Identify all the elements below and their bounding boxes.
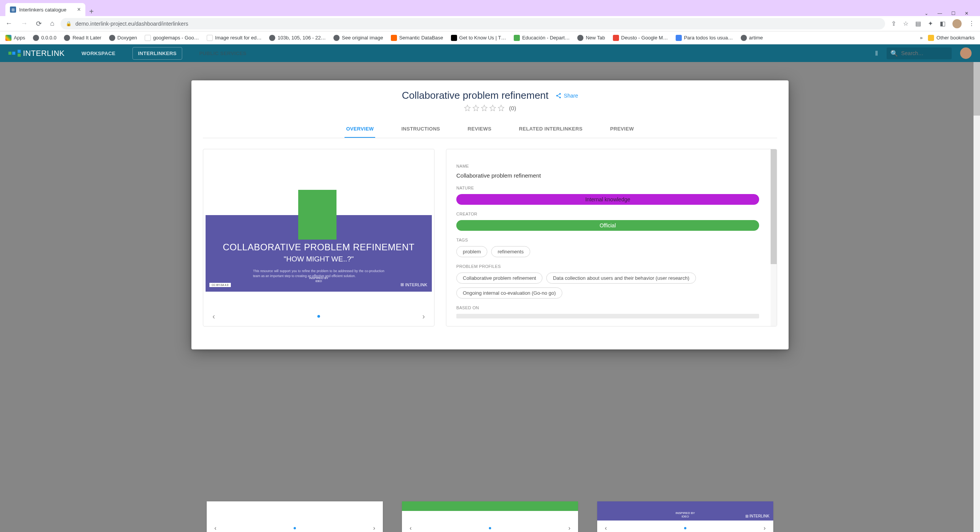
tab-close-icon[interactable]: × [77, 6, 81, 13]
bg-card: INSPIRED BYIDEO⊞ INTERLINK ‹› [597, 501, 773, 532]
nav-workspace[interactable]: WORKSPACE [76, 47, 121, 59]
star-icon [472, 104, 479, 111]
bookmark[interactable]: Get to Know Us | T… [451, 35, 506, 41]
close-window-icon[interactable]: ✕ [965, 11, 969, 16]
browser-tab[interactable]: ⊞ Interlinkers catalogue × [5, 3, 85, 16]
tag-chip[interactable]: problem [456, 246, 487, 257]
modal-tabs: OVERVIEW INSTRUCTIONS REVIEWS RELATED IN… [203, 122, 777, 138]
star-icon[interactable]: ☆ [903, 20, 908, 27]
nav-interlinkers[interactable]: INTERLINKERS [132, 47, 183, 60]
star-icon [489, 104, 496, 111]
tab-reviews[interactable]: REVIEWS [466, 122, 493, 138]
profile-chip[interactable]: Collaborative problem refinement [456, 273, 542, 284]
extensions-icon[interactable]: ✦ [928, 20, 933, 27]
bookmark[interactable]: Read It Later [64, 35, 101, 41]
new-tab-button[interactable]: + [85, 7, 98, 16]
slide-subtitle: "HOW MIGHT WE..?" [206, 255, 432, 263]
bookmark[interactable]: artime [741, 35, 763, 41]
profile-chip[interactable]: Ongoing internal co-evaluation (Go-no go… [456, 287, 562, 299]
bookmarks-overflow[interactable]: » [920, 35, 923, 41]
label-creator: CREATOR [456, 212, 767, 216]
rating-count: (0) [509, 105, 516, 111]
tab-overview[interactable]: OVERVIEW [345, 122, 375, 138]
prev-icon[interactable]: ‹ [410, 525, 412, 532]
next-icon[interactable]: › [764, 525, 766, 532]
value-name: Collaborative problem refinement [456, 172, 767, 179]
pill-creator: Official [456, 220, 759, 231]
page-scrollbar[interactable] [973, 62, 980, 532]
share-button[interactable]: Share [555, 93, 578, 99]
detail-modal: Collaborative problem refinement Share (… [191, 80, 789, 349]
url-text: demo.interlink-project.eu/dashboard/inte… [75, 21, 188, 27]
slide-logo: ⊞ INTERLINK [400, 282, 427, 287]
share-icon [555, 93, 562, 99]
bookmark[interactable]: 103b, 105, 106 - 22… [269, 35, 326, 41]
app-logo[interactable]: INTERLINK [8, 49, 65, 58]
panel-scrollbar[interactable] [771, 149, 777, 326]
favicon: ⊞ [10, 7, 16, 13]
window-controls: ⌄ — ☐ ✕ [917, 11, 976, 16]
bookmark[interactable]: googlemaps - Goo… [145, 35, 199, 41]
reload-icon[interactable]: ⟳ [36, 20, 42, 28]
tab-related[interactable]: RELATED INTERLINKERS [518, 122, 584, 138]
bookmark[interactable]: 0.0.0.0 [33, 35, 57, 41]
slide-title: COLLABORATIVE PROBLEM REFINEMENT [206, 242, 432, 253]
prev-icon[interactable]: ‹ [605, 525, 607, 532]
label-profiles: PROBLEM PROFILES [456, 264, 767, 269]
other-bookmarks[interactable]: Other bookmarks [928, 35, 975, 41]
bookmark[interactable]: Educación - Depart… [514, 35, 570, 41]
address-bar[interactable]: 🔒 demo.interlink-project.eu/dashboard/in… [60, 18, 885, 29]
lock-icon: 🔒 [66, 21, 72, 26]
modal-title: Collaborative problem refinement [402, 90, 549, 101]
home-icon[interactable]: ⌂ [50, 20, 54, 28]
bookmark[interactable]: Image result for ed… [207, 35, 261, 41]
slide-license: CC BY-SA 4.0 [209, 283, 231, 287]
bookmark[interactable]: Para todos los usua… [676, 35, 733, 41]
nav-public-services[interactable]: PUBLIC SERVICES [194, 47, 252, 59]
rating[interactable]: (0) [203, 104, 777, 111]
search-input[interactable] [901, 50, 948, 56]
chevron-down-icon[interactable]: ⌄ [924, 11, 928, 16]
tag-chip[interactable]: refinements [491, 246, 530, 257]
bookmark[interactable]: See original image [333, 35, 383, 41]
basedon-placeholder [456, 314, 759, 318]
grid-icon[interactable]: ⦀ [875, 49, 878, 57]
tab-preview[interactable]: PREVIEW [609, 122, 635, 138]
maximize-icon[interactable]: ☐ [951, 11, 956, 16]
profile-chip[interactable]: Data collection about users and their be… [546, 273, 696, 284]
tab-instructions[interactable]: INSTRUCTIONS [400, 122, 441, 138]
user-avatar[interactable] [960, 47, 972, 59]
bookmark[interactable]: New Tab [577, 35, 605, 41]
bookmark[interactable]: Semantic DataBase [391, 35, 443, 41]
pill-nature: Internal knowledge [456, 194, 759, 205]
slide-prev-icon[interactable]: ‹ [212, 312, 215, 321]
search-box[interactable]: 🔍 [887, 47, 952, 59]
profile-avatar[interactable] [952, 19, 962, 28]
forward-icon[interactable]: → [21, 20, 28, 28]
bookmark[interactable]: Deusto - Google M… [613, 35, 668, 41]
slide-panel: COLLABORATIVE PROBLEM REFINEMENT "HOW MI… [203, 149, 434, 326]
minimize-icon[interactable]: — [938, 11, 942, 16]
prev-icon[interactable]: ‹ [214, 525, 216, 532]
slide-image: COLLABORATIVE PROBLEM REFINEMENT "HOW MI… [206, 164, 432, 292]
next-icon[interactable]: › [373, 525, 375, 532]
slide-dot[interactable] [317, 315, 320, 318]
star-icon [464, 104, 471, 111]
share-url-icon[interactable]: ⇪ [891, 20, 896, 27]
bg-card: ‹› [207, 501, 383, 532]
bg-card: ‹› [402, 501, 578, 532]
slide-next-icon[interactable]: › [422, 312, 425, 321]
tab-title: Interlinkers catalogue [19, 7, 67, 13]
star-icon [481, 104, 488, 111]
label-name: NAME [456, 164, 767, 168]
back-icon[interactable]: ← [5, 20, 12, 28]
next-icon[interactable]: › [568, 525, 570, 532]
bookmark-apps[interactable]: Apps [5, 35, 25, 41]
slide-inspired: INSPIRED BYIDEO [206, 276, 432, 282]
label-basedon: BASED ON [456, 305, 767, 310]
menu-icon[interactable]: ⋮ [969, 20, 975, 27]
panel-icon[interactable]: ◧ [940, 20, 946, 27]
page-icon[interactable]: ▤ [915, 20, 921, 27]
bookmark[interactable]: Doxygen [109, 35, 137, 41]
details-panel: NAME Collaborative problem refinement NA… [446, 149, 777, 326]
